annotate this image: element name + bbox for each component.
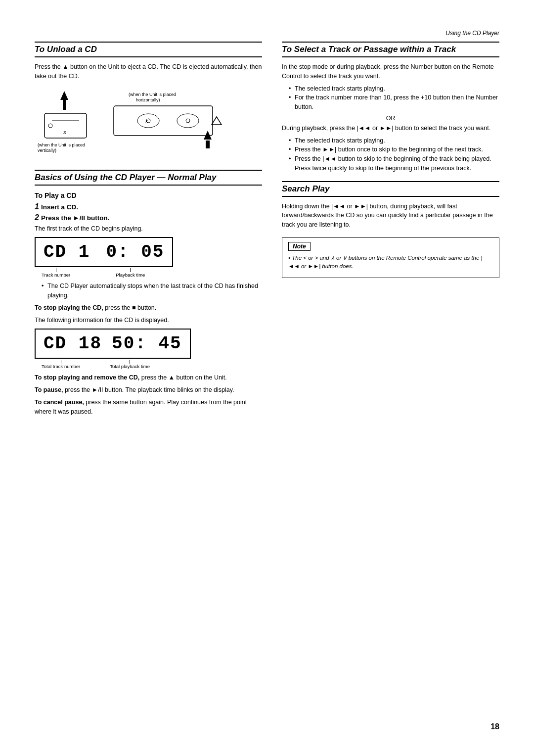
tick4 [130,360,130,364]
select-track-title: To Select a Track or Passage within a Tr… [282,42,499,57]
select-track-bullets2: The selected track starts playing. Press… [282,136,499,173]
header-text: Using the CD Player [445,30,499,37]
note-title: Note [288,242,311,251]
display2-right: 50: 45 [112,333,182,354]
step2-label: Press the ►/II button. [41,214,110,222]
svg-point-9 [137,114,159,128]
select-bullet2-1: The selected track starts playing. [289,136,499,145]
tick3 [61,360,61,364]
stop-playing-para: To stop playing the CD, press the ■ butt… [35,303,262,313]
display1-label-right: Playback time [116,272,145,278]
stop-body: press the ■ button. [103,304,157,311]
select-track-body2: During playback, press the |◄◄ or ►►| bu… [282,124,499,133]
unload-cd-body: Press the ▲ button on the Unit to eject … [35,62,262,81]
header-right: Using the CD Player [35,30,499,37]
display1-right: 0: 05 [106,242,164,262]
svg-text:s: s [63,129,66,135]
step1-number: 1 [35,202,39,211]
cd-stop-bullet: The CD Player automatically stops when t… [42,282,262,300]
cd-stop-bullet-list: The CD Player automatically stops when t… [35,282,262,300]
svg-marker-14 [212,117,222,125]
display2-container: CD 18 50: 45 Total track number Total pl… [35,329,262,369]
left-column: To Unload a CD Press the ▲ button on the… [35,42,262,419]
play-cd-subtitle: To Play a CD [35,191,262,199]
pause-para: To pause, press the ►/II button. The pla… [35,385,262,395]
select-bullet-2: For the track number more than 10, press… [289,93,499,112]
cancel-pause-para: To cancel pause, press the same button a… [35,398,262,417]
stop-bold: To stop playing the CD, [35,304,103,311]
svg-text:vertically): vertically) [38,148,56,153]
step1-container: 1 Insert a CD. [35,202,262,211]
select-track-body: In the stop mode or during playback, pre… [282,62,499,81]
select-bullet2-3: Press the |◄◄ button to skip to the begi… [289,154,499,173]
step2-container: 2 Press the ►/II button. [35,213,262,222]
display2-label-right-container: Total playback time [110,360,150,369]
select-bullet-1: The selected track starts playing. [289,84,499,94]
display2-label-left-container: Total track number [42,360,80,369]
display1-box: CD 1 0: 05 [35,237,173,267]
tick2 [130,268,131,272]
right-column: To Select a Track or Passage within a Tr… [282,42,499,419]
display2-label-right: Total playback time [110,364,150,369]
svg-point-11 [177,114,199,128]
pause-body: press the ►/II button. The playback time… [63,386,234,393]
basics-title: Basics of Using the CD Player — Normal P… [35,170,262,186]
svg-text:(when the Unit is placed: (when the Unit is placed [38,142,85,147]
display2-left: CD 18 [44,333,102,354]
display2-labels: Total track number Total playback time [35,360,262,369]
svg-point-5 [48,124,52,128]
search-play-title: Search Play [282,181,499,197]
select-bullet2-2: Press the ►►| button once to skip to the… [289,145,499,154]
svg-marker-0 [60,91,68,100]
cancel-bold: To cancel pause, [35,399,84,406]
display2-label-left: Total track number [42,364,80,369]
display2-inner: CD 18 50: 45 [44,333,182,354]
display1-label-left: Track number [42,272,70,278]
or-divider: OR [282,115,499,122]
two-column-layout: To Unload a CD Press the ▲ button on the… [35,42,499,419]
unload-cd-title: To Unload a CD [35,42,262,57]
tick1 [56,268,56,272]
display1-container: CD 1 0: 05 Track number Playback time [35,237,262,278]
display1-left: CD 1 [44,242,90,262]
svg-text:(when the Unit is placed: (when the Unit is placed [129,92,176,97]
display1-label-left-container: Track number [42,268,70,278]
page: Using the CD Player To Unload a CD Press… [0,0,534,756]
display1-inner: CD 1 0: 05 [44,242,164,262]
eject-diagram-svg: s (when the Unit is placed vertically) [35,86,232,165]
pause-bold: To pause, [35,386,63,393]
page-number: 18 [490,722,499,731]
svg-text:horizontally): horizontally) [136,97,160,102]
display1-labels: Track number Playback time [35,268,262,278]
display2-box: CD 18 50: 45 [35,329,191,359]
stop-remove-para: To stop playing and remove the CD, press… [35,373,262,382]
step1-label: Insert a CD. [41,203,78,211]
note-box: Note • The < or > and ∧ or ∨ buttons on … [282,237,499,279]
step2-body: The first track of the CD begins playing… [35,224,262,234]
stop-body2-para: The following information for the CD is … [35,316,262,325]
svg-marker-15 [204,131,212,140]
stop-remove-bold: To stop playing and remove the CD, [35,374,139,381]
svg-rect-16 [206,141,210,148]
search-play-body: Holding down the |◄◄ or ►►| button, duri… [282,202,499,230]
cd-eject-diagram: s (when the Unit is placed vertically) [35,86,262,167]
step2-number: 2 [35,213,39,222]
svg-text:s: s [145,119,148,124]
note-body: • The < or > and ∧ or ∨ buttons on the R… [288,254,493,271]
select-track-bullets: The selected track starts playing. For t… [282,84,499,112]
svg-rect-1 [63,100,66,110]
stop-remove-body: press the ▲ button on the Unit. [139,374,226,381]
display1-label-right-container: Playback time [116,268,145,278]
svg-point-12 [186,119,190,123]
svg-rect-8 [114,106,213,136]
